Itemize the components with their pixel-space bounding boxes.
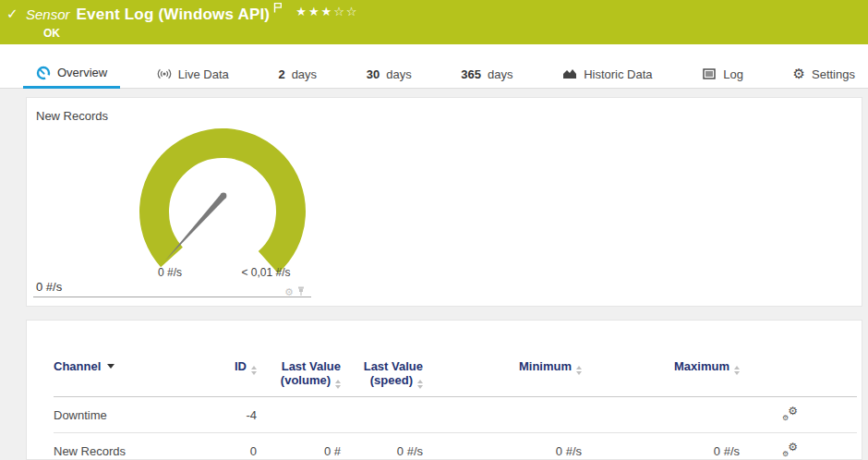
column-header-channel[interactable]: Channel <box>54 321 211 397</box>
channel-name: New Records <box>54 433 211 460</box>
gauge-min-label: 0 #/s <box>142 266 198 279</box>
tab-live-data-label: Live Data <box>178 67 229 81</box>
tab-2-days[interactable]: 2 days <box>265 59 330 89</box>
tab-log[interactable]: Log <box>689 59 756 89</box>
channel-table: Channel ID Last Value (volume) Last Valu… <box>54 321 857 460</box>
gauge-arc <box>154 143 291 262</box>
channel-table-panel: Channel ID Last Value (volume) Last Valu… <box>26 320 862 460</box>
channel-maximum <box>591 397 749 433</box>
gauge-tab-icon <box>36 66 51 80</box>
column-header-maximum[interactable]: Maximum <box>591 321 749 397</box>
gauge-needle <box>165 194 226 260</box>
tab-overview-label: Overview <box>57 66 107 79</box>
tab-30-days-label: days <box>386 67 411 81</box>
tab-overview[interactable]: Overview <box>23 59 120 89</box>
gauge-panel-divider <box>33 297 311 297</box>
log-list-icon <box>702 67 717 81</box>
sensor-title: Event Log (Windows API) <box>77 6 271 24</box>
channel-row-downtime[interactable]: Downtime -4 ⚙ ⚙ <box>54 397 857 433</box>
gauge-current-value: 0 #/s <box>36 280 62 294</box>
channel-last-speed <box>350 397 432 433</box>
gauge-settings-gear-icon[interactable]: ⚙ <box>284 287 294 297</box>
sensor-status-text: OK <box>6 27 868 40</box>
column-header-settings <box>749 321 857 397</box>
channel-minimum: 0 #/s <box>432 433 591 460</box>
tab-30-days[interactable]: 30 days <box>354 59 425 89</box>
tab-30-days-number: 30 <box>367 67 380 81</box>
tab-365-days-label: days <box>488 67 512 81</box>
sensor-kind-label: Sensor <box>26 6 70 22</box>
channel-settings-gears-icon[interactable]: ⚙ ⚙ <box>782 442 798 457</box>
tab-settings-label: Settings <box>812 67 855 81</box>
tab-settings[interactable]: ⚙ Settings <box>780 59 868 89</box>
sort-desc-icon[interactable] <box>107 364 115 369</box>
tab-2-days-label: days <box>292 67 317 81</box>
column-header-id[interactable]: ID <box>211 321 266 397</box>
historic-chart-icon <box>562 67 577 81</box>
channel-table-header-row: Channel ID Last Value (volume) Last Valu… <box>54 321 857 397</box>
live-data-icon <box>157 67 172 81</box>
tab-historic-data[interactable]: Historic Data <box>549 59 665 89</box>
channel-row-new-records[interactable]: New Records 0 0 # 0 #/s 0 #/s 0 #/s ⚙ ⚙ <box>54 433 857 460</box>
sort-icon[interactable] <box>251 366 257 375</box>
channel-id: -4 <box>211 397 266 433</box>
tab-log-label: Log <box>723 67 743 81</box>
sensor-status-banner: ✓ Sensor Event Log (Windows API) ★★★☆☆ O… <box>0 0 868 44</box>
new-records-gauge <box>27 98 415 283</box>
channel-last-speed: 0 #/s <box>350 433 432 460</box>
sort-icon[interactable] <box>734 366 740 375</box>
tab-2-days-number: 2 <box>278 67 284 81</box>
channel-settings-gears-icon[interactable]: ⚙ ⚙ <box>782 406 798 421</box>
settings-gear-icon: ⚙ <box>793 67 805 81</box>
channel-maximum: 0 #/s <box>591 433 749 460</box>
tab-historic-data-label: Historic Data <box>584 67 652 81</box>
sort-icon[interactable] <box>417 380 423 389</box>
tab-365-days-number: 365 <box>461 67 481 81</box>
channel-name: Downtime <box>54 397 211 433</box>
sort-icon[interactable] <box>335 380 341 389</box>
channel-last-volume: 0 # <box>266 433 350 460</box>
column-header-last-value-speed[interactable]: Last Value (speed) <box>350 321 432 397</box>
ok-check-icon: ✓ <box>6 6 18 22</box>
channel-id: 0 <box>211 433 266 460</box>
channel-last-volume <box>266 397 350 433</box>
tab-bar: Overview Live Data 2 days 30 days 365 da… <box>0 59 868 89</box>
page-background: New Records 0 #/s < 0,01 #/s 0 #/s ⚙ <box>0 89 868 460</box>
tab-live-data[interactable]: Live Data <box>144 59 242 89</box>
column-header-minimum[interactable]: Minimum <box>432 321 591 397</box>
gauge-max-label: < 0,01 #/s <box>224 266 307 279</box>
priority-stars[interactable]: ★★★☆☆ <box>295 5 358 18</box>
tab-365-days[interactable]: 365 days <box>448 59 525 89</box>
flag-icon[interactable] <box>273 0 283 17</box>
sort-icon[interactable] <box>576 366 582 375</box>
column-header-last-value-volume[interactable]: Last Value (volume) <box>266 321 350 397</box>
gauge-panel: New Records 0 #/s < 0,01 #/s 0 #/s ⚙ <box>26 97 862 307</box>
channel-minimum <box>432 397 591 433</box>
pin-icon[interactable] <box>296 284 306 300</box>
